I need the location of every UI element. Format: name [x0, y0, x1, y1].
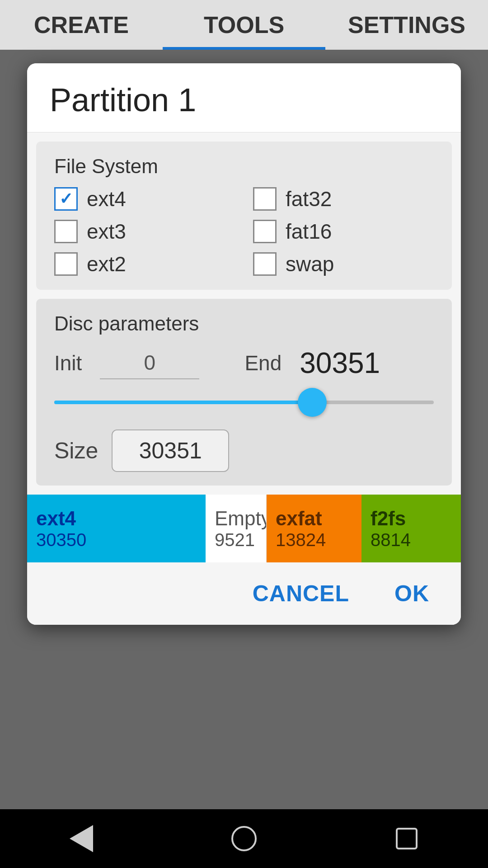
fs-label-fat16: fat16 — [286, 219, 332, 244]
segment-ext4-name: ext4 — [36, 507, 197, 530]
fs-label-ext4: ext4 — [87, 187, 126, 211]
cancel-button[interactable]: CANCEL — [244, 576, 358, 611]
slider-thumb[interactable] — [298, 388, 327, 417]
partition-dialog: Partition 1 File System ext4 fat32 ext3 — [27, 63, 461, 625]
partition-bar: ext4 30350 Empty 9521 exfat 13824 f2fs 8… — [27, 495, 461, 562]
segment-empty-size: 9521 — [215, 530, 257, 550]
dialog-title: Partition 1 — [27, 63, 461, 132]
fs-option-ext3[interactable]: ext3 — [54, 219, 235, 244]
checkbox-fat16[interactable] — [253, 220, 277, 243]
segment-f2fs-name: f2fs — [371, 507, 452, 530]
checkbox-fat32[interactable] — [253, 187, 277, 211]
tab-settings[interactable]: SETTINGS — [325, 0, 488, 50]
checkbox-ext2[interactable] — [54, 252, 78, 276]
fs-option-ext2[interactable]: ext2 — [54, 252, 235, 276]
slider-fill — [54, 401, 312, 404]
fs-label-ext3: ext3 — [87, 219, 126, 244]
fs-label-swap: swap — [286, 252, 334, 276]
tab-tools[interactable]: TOOLS — [163, 0, 325, 50]
nav-recents-button[interactable] — [389, 821, 425, 857]
end-label: End — [244, 351, 282, 375]
segment-ext4-size: 30350 — [36, 530, 197, 550]
partition-segment-exfat[interactable]: exfat 13824 — [267, 495, 361, 562]
dialog-title-text: Partition 1 — [50, 82, 196, 118]
back-icon — [70, 825, 93, 852]
ok-button[interactable]: OK — [385, 576, 438, 611]
init-end-row: Init End 30351 — [54, 346, 434, 380]
fs-label-fat32: fat32 — [286, 187, 332, 211]
segment-f2fs-size: 8814 — [371, 530, 452, 550]
fs-option-fat32[interactable]: fat32 — [253, 187, 434, 211]
segment-empty-name: Empty — [215, 507, 257, 530]
slider-container[interactable] — [54, 389, 434, 416]
dialog-actions: CANCEL OK — [27, 562, 461, 625]
file-system-section: File System ext4 fat32 ext3 fat16 — [36, 142, 452, 290]
file-system-grid: ext4 fat32 ext3 fat16 ext2 — [54, 187, 434, 276]
partition-segment-ext4[interactable]: ext4 30350 — [27, 495, 206, 562]
segment-exfat-name: exfat — [276, 507, 352, 530]
size-row: Size — [54, 429, 434, 472]
end-value: 30351 — [300, 346, 408, 380]
file-system-label: File System — [54, 155, 434, 178]
fs-label-ext2: ext2 — [87, 252, 126, 276]
recents-icon — [396, 828, 418, 849]
fs-option-swap[interactable]: swap — [253, 252, 434, 276]
partition-segment-empty[interactable]: Empty 9521 — [206, 495, 267, 562]
init-input[interactable] — [100, 347, 199, 379]
checkbox-swap[interactable] — [253, 252, 277, 276]
home-icon — [231, 826, 257, 851]
nav-back-button[interactable] — [63, 821, 99, 857]
disc-parameters-section: Disc parameters Init End 30351 Size — [36, 299, 452, 486]
size-label: Size — [54, 438, 98, 464]
checkbox-ext4[interactable] — [54, 187, 78, 211]
tab-tools-label: TOOLS — [204, 11, 284, 38]
fs-option-fat16[interactable]: fat16 — [253, 219, 434, 244]
tab-create[interactable]: CREATE — [0, 0, 163, 50]
bottom-nav-bar — [0, 809, 488, 868]
fs-option-ext4[interactable]: ext4 — [54, 187, 235, 211]
checkbox-ext3[interactable] — [54, 220, 78, 243]
tab-settings-label: SETTINGS — [348, 11, 465, 38]
tab-bar: CREATE TOOLS SETTINGS — [0, 0, 488, 50]
segment-exfat-size: 13824 — [276, 530, 352, 550]
tab-create-label: CREATE — [34, 11, 129, 38]
init-label: Init — [54, 351, 82, 375]
slider-track — [54, 401, 434, 404]
disc-parameters-label: Disc parameters — [54, 312, 434, 335]
partition-segment-f2fs[interactable]: f2fs 8814 — [361, 495, 461, 562]
size-input[interactable] — [112, 429, 229, 472]
nav-home-button[interactable] — [226, 821, 262, 857]
modal-overlay: Partition 1 File System ext4 fat32 ext3 — [0, 50, 488, 809]
